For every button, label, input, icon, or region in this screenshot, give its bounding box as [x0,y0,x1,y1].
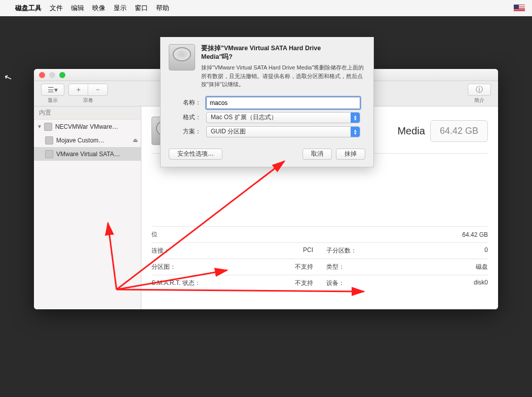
view-label: 显示 [48,97,58,104]
info-val: 0 [484,246,488,255]
sidebar-item-2[interactable]: VMware Virtual SATA… [34,147,141,161]
info-key: 设备： [326,279,345,287]
disk-icon [45,136,53,145]
info-key: S.M.A.R.T. 状态： [151,279,201,287]
volume-remove-button[interactable]: － [88,84,107,95]
cursor-icon: ↖ [3,71,14,84]
sidebar-item-label: Mojave Custom… [56,137,104,144]
sidebar: 内置 ▼NECVMWar VMware… Mojave Custom…⏏ VMw… [34,106,141,309]
menu-view[interactable]: 显示 [113,4,127,13]
info-val: PCI [303,246,313,255]
info-key: 位 [151,230,158,239]
sheet-description: 抹掉"VMware Virtual SATA Hard Drive Media"… [201,63,365,89]
menu-file[interactable]: 文件 [50,4,63,13]
menu-image[interactable]: 映像 [92,4,105,13]
eject-icon[interactable]: ⏏ [133,137,138,143]
info-key: 分区图： [151,263,176,271]
capacity-badge: 64.42 GB [430,120,488,142]
volume-label: 宗卷 [83,97,93,104]
volume-add-button[interactable]: ＋ [69,84,88,95]
sidebar-item-label: NECVMWar VMware… [55,123,118,130]
info-val: 64.42 GB [462,231,488,238]
chevron-updown-icon: ▴▾ [351,127,360,137]
scheme-select[interactable]: GUID 分区图▴▾ [206,126,360,137]
scheme-label: 方案： [174,127,201,136]
hard-drive-icon [169,44,195,70]
info-key: 类型： [326,263,345,271]
menu-help[interactable]: 帮助 [156,4,169,13]
app-menu[interactable]: 磁盘工具 [15,4,42,13]
info-grid: 位64.42 GB 连接：PCI子分区数：0 分区图：不支持类型：磁盘 S.M.… [151,226,488,291]
scheme-value: GUID 分区图 [211,127,246,136]
info-key: 子分区数： [326,246,357,255]
sidebar-item-1[interactable]: Mojave Custom…⏏ [34,133,141,147]
info-val: 磁盘 [476,263,488,271]
erase-sheet: 要抹掉"VMware Virtual SATA Hard DriveMedia"… [160,37,374,167]
disk-icon [45,150,53,158]
menu-window[interactable]: 窗口 [135,4,148,13]
chevron-updown-icon: ▴▾ [351,113,360,123]
info-val: 不支持 [295,279,313,287]
cancel-button[interactable]: 取消 [302,149,332,160]
info-key: 连接： [151,246,170,255]
info-val: 不支持 [295,263,313,271]
menu-edit[interactable]: 编辑 [71,4,84,13]
traffic-lights[interactable] [39,72,65,78]
format-value: Mac OS 扩展（日志式） [211,113,277,122]
security-options-button[interactable]: 安全性选项… [169,149,222,160]
info-val: disk0 [474,279,488,287]
input-source-flag-icon[interactable] [514,5,525,12]
disk-icon [44,123,52,131]
info-label: 简介 [474,97,484,104]
info-button[interactable]: ⓘ [468,84,490,95]
format-label: 格式： [174,113,201,122]
erase-confirm-button[interactable]: 抹掉 [336,149,365,160]
sidebar-item-label: VMware Virtual SATA… [56,151,120,158]
sidebar-item-0[interactable]: ▼NECVMWar VMware… [34,120,141,133]
sheet-heading: 要抹掉"VMware Virtual SATA Hard DriveMedia"… [201,44,365,61]
name-input[interactable] [206,97,360,109]
sidebar-section-internal: 内置 [34,106,141,120]
view-button[interactable]: ☰▾ [42,84,64,95]
name-label: 名称： [174,98,201,107]
format-select[interactable]: Mac OS 扩展（日志式）▴▾ [206,112,360,123]
menubar: 磁盘工具 文件 编辑 映像 显示 窗口 帮助 [0,0,532,16]
